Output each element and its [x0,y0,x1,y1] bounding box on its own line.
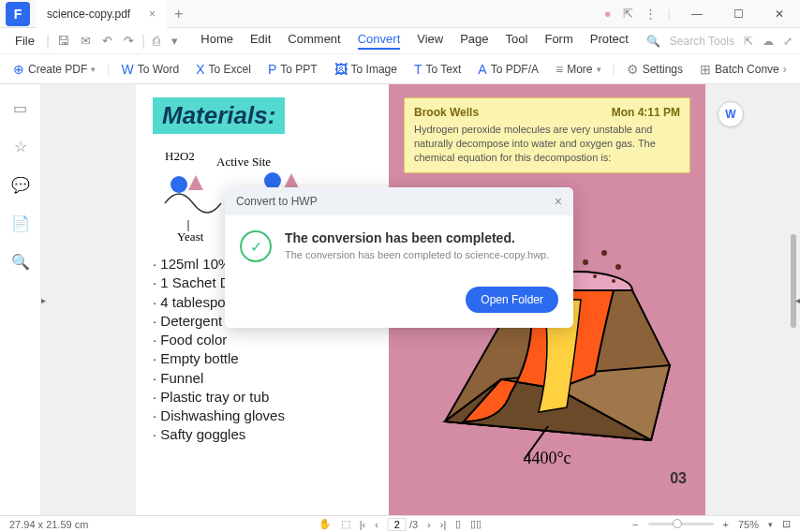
list-item: Funnel [153,369,372,388]
settings-button[interactable]: ⚙Settings [621,60,689,79]
zoom-slider[interactable] [648,523,714,525]
search-tools[interactable]: Search Tools [670,35,734,48]
to-image-button[interactable]: 🖼To Image [329,60,403,79]
zoom-in-icon[interactable]: + [723,519,729,530]
word-float-icon[interactable]: W [718,101,744,127]
single-page-icon[interactable]: ▯ [455,518,461,530]
kebab-menu-icon[interactable]: ⋮ [644,7,657,21]
batch-convert-button[interactable]: ⊞Batch Conve› [694,60,793,79]
create-pdf-button[interactable]: ⊕Create PDF▾ [7,60,101,79]
list-item: Safty goggles [153,425,372,444]
svg-point-10 [601,250,607,256]
sidebar-left: ▭ ☆ 💬 📄 🔍 [0,84,41,515]
tab-comment[interactable]: Comment [288,32,340,50]
tab-home[interactable]: Home [200,32,233,50]
page-field[interactable] [388,518,407,531]
tab-protect[interactable]: Protect [590,32,629,50]
comment-note[interactable]: Brook Wells Mon 4:11 PM Hydrogen peroxid… [404,97,690,173]
more-button[interactable]: ≡More▾ [550,60,607,79]
cloud-icon[interactable]: ● [604,7,612,21]
zoom-out-icon[interactable]: − [632,519,638,530]
tab-convert[interactable]: Convert [358,32,401,50]
redo-icon[interactable]: ↷ [120,34,138,48]
print-icon[interactable]: ⎙ [149,34,164,48]
plus-icon: ⊕ [13,62,24,77]
list-item: Dishwashing gloves [153,406,372,425]
list-item: Plastic tray or tub [153,388,372,406]
document-tab[interactable]: science-copy.pdf × [36,0,167,28]
two-page-icon[interactable]: ▯▯ [470,518,481,530]
conversion-dialog: Convert to HWP × ✓ The conversion has be… [225,187,573,328]
maximize-button[interactable]: ☐ [723,0,753,28]
svg-text:Yeast: Yeast [177,229,204,241]
comment-time: Mon 4:11 PM [612,106,680,119]
tab-tool[interactable]: Tool [506,32,528,50]
to-pdfa-button[interactable]: ATo PDF/A [472,60,544,79]
list-item: Empty bottle [153,349,372,368]
cloud-sync-icon[interactable]: ☁ [763,35,774,48]
bookmark-icon[interactable]: ☆ [14,138,27,155]
expand-right-icon[interactable]: ◂ [795,295,800,305]
scrollbar[interactable] [791,234,796,328]
expand-icon[interactable]: ⤢ [783,35,793,48]
excel-icon: X [196,62,204,77]
menubar: File | 🖫 ✉ ↶ ↷ | ⎙ ▾ Home Edit Comment C… [0,28,800,54]
to-text-button[interactable]: TTo Text [408,60,467,79]
tab-form[interactable]: Form [544,32,572,50]
close-button[interactable]: ✕ [764,0,794,28]
minimize-button[interactable]: — [682,0,712,28]
tab-edit[interactable]: Edit [250,32,271,50]
ppt-icon: P [268,62,276,77]
chevron-down-icon[interactable]: ▾ [168,34,182,48]
mail-icon[interactable]: ✉ [77,34,95,48]
dialog-submessage: The conversion has been completed to sci… [285,249,549,260]
prev-page-icon[interactable]: ‹ [375,519,378,530]
dialog-message: The conversion has been completed. [285,230,549,245]
external-link-icon[interactable]: ⇱ [744,35,753,48]
search-icon[interactable]: 🔍 [646,35,660,48]
to-excel-button[interactable]: XTo Excel [190,60,257,79]
save-icon[interactable]: 🖫 [53,34,73,48]
dialog-titlebar[interactable]: Convert to HWP × [225,187,573,215]
share-icon[interactable]: ⇱ [623,7,633,21]
text-icon: T [414,62,422,77]
dialog-close-icon[interactable]: × [555,194,562,209]
attachment-icon[interactable]: 📄 [11,214,30,232]
pdfa-icon: A [478,62,486,77]
next-page-icon[interactable]: › [427,519,431,530]
to-word-button[interactable]: WTo Word [115,60,185,79]
search-panel-icon[interactable]: 🔍 [11,253,30,271]
convert-toolbar: ⊕Create PDF▾ | WTo Word XTo Excel PTo PP… [0,54,800,84]
add-tab-icon[interactable]: + [174,6,183,22]
thumbnails-icon[interactable]: ▭ [13,99,27,117]
menu-icon: ≡ [556,62,563,77]
menu-tabs: Home Edit Comment Convert View Page Tool… [200,32,629,50]
svg-text:H2O2: H2O2 [165,149,195,163]
page-number: 03 [670,470,687,487]
page-dimensions: 27.94 x 21.59 cm [9,519,88,530]
total-pages: /3 [409,519,418,530]
batch-icon: ⊞ [700,62,711,77]
select-tool-icon[interactable]: ⬚ [341,518,350,530]
svg-point-11 [615,264,621,270]
materials-header: Materials: [153,97,285,134]
comment-list-icon[interactable]: 💬 [11,176,30,194]
hand-tool-icon[interactable]: ✋ [319,518,332,530]
fit-page-icon[interactable]: ⊡ [782,518,791,530]
zoom-level[interactable]: 75% [738,519,759,530]
statusbar: 27.94 x 21.59 cm ✋ ⬚ |‹ ‹ /3 › ›| ▯ ▯▯ −… [0,515,800,532]
file-menu[interactable]: File [7,34,42,48]
last-page-icon[interactable]: ›| [440,519,447,530]
open-folder-button[interactable]: Open Folder [466,287,558,313]
tab-title: science-copy.pdf [47,7,130,21]
undo-icon[interactable]: ↶ [98,34,116,48]
first-page-icon[interactable]: |‹ [360,519,366,530]
image-icon: 🖼 [334,62,348,77]
gear-icon: ⚙ [627,62,639,77]
tab-page[interactable]: Page [460,32,488,50]
to-ppt-button[interactable]: PTo PPT [262,60,323,79]
svg-marker-5 [284,173,299,188]
page-input[interactable]: /3 [388,518,418,531]
tab-close-icon[interactable]: × [149,7,156,21]
tab-view[interactable]: View [417,32,443,50]
